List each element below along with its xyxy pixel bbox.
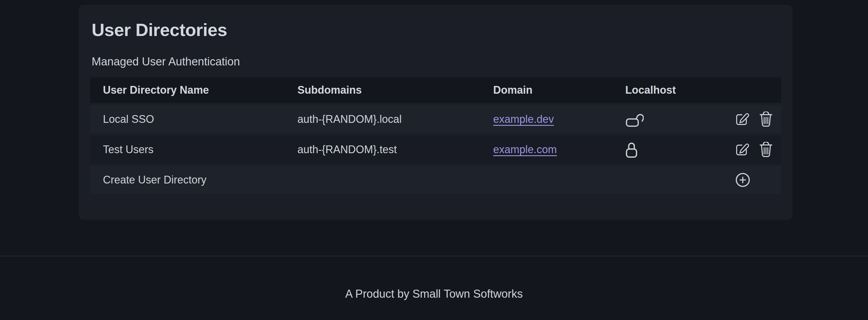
domain-link[interactable]: example.dev bbox=[493, 113, 554, 125]
domain-link[interactable]: example.com bbox=[493, 143, 557, 156]
edit-icon[interactable] bbox=[735, 142, 749, 157]
lock-closed-icon[interactable] bbox=[625, 141, 638, 158]
trash-icon[interactable] bbox=[759, 142, 773, 158]
footer-text: A Product by Small Town Softworks bbox=[0, 286, 868, 301]
lock-open-icon[interactable] bbox=[625, 111, 644, 127]
create-user-directory-row[interactable]: Create User Directory bbox=[90, 166, 781, 194]
subdomain-cell: auth-{RANDOM}.test bbox=[298, 143, 493, 156]
user-directories-card: User Directories Managed User Authentica… bbox=[79, 5, 793, 220]
table-header-row: User Directory Name Subdomains Domain Lo… bbox=[90, 77, 781, 103]
directory-name-cell: Test Users bbox=[90, 143, 298, 156]
page-subtitle: Managed User Authentication bbox=[92, 55, 780, 68]
trash-icon[interactable] bbox=[759, 111, 773, 127]
column-header-name: User Directory Name bbox=[90, 84, 298, 96]
directory-name-cell: Local SSO bbox=[90, 113, 298, 126]
table-row: Test Users auth-{RANDOM}.test example.co… bbox=[90, 136, 781, 164]
page-title: User Directories bbox=[92, 20, 780, 40]
footer-divider bbox=[0, 256, 868, 256]
user-directories-table: User Directory Name Subdomains Domain Lo… bbox=[90, 77, 781, 194]
edit-icon[interactable] bbox=[735, 112, 749, 127]
plus-circle-icon[interactable] bbox=[735, 172, 750, 187]
column-header-subdomains: Subdomains bbox=[298, 84, 493, 96]
create-directory-label: Create User Directory bbox=[90, 174, 298, 186]
table-row: Local SSO auth-{RANDOM}.local example.de… bbox=[90, 105, 781, 133]
subdomain-cell: auth-{RANDOM}.local bbox=[298, 113, 493, 126]
column-header-domain: Domain bbox=[493, 84, 623, 96]
column-header-localhost: Localhost bbox=[623, 84, 715, 96]
